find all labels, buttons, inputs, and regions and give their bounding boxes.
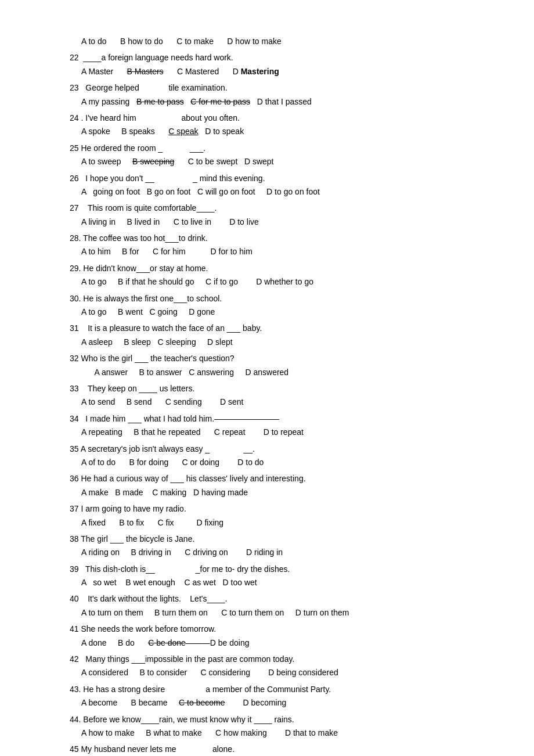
- question-41: 41 She needs the work before tomorrow. A…: [70, 622, 476, 649]
- question-25: 25 He ordered the room _ ___. A to sweep…: [70, 142, 476, 168]
- q22-b: B Masters: [127, 67, 164, 76]
- question-43: 43. He has a strong desire a member of t…: [70, 683, 476, 710]
- q23-text: 23 George helped tile examination.: [70, 81, 476, 94]
- question-29: 29. He didn't know___or stay at home. A …: [70, 262, 476, 289]
- q22-text: 22 ____a foreign language needs hard wor…: [70, 51, 476, 64]
- intro-options: A to do B how to do C to make D how to m…: [70, 35, 476, 48]
- q24-options: A spoke B speaks C speak D to speak: [70, 125, 476, 138]
- question-35: 35 A secretary's job isn't always easy _…: [70, 442, 476, 469]
- q41-text: 41 She needs the work before tomorrow.: [70, 622, 476, 635]
- page-content: A to do B how to do C to make D how to m…: [70, 35, 476, 756]
- q40-options: A to turn on them B turn them on C to tu…: [70, 606, 476, 619]
- q23-b: B me to pass: [136, 97, 184, 106]
- q38-text: 38 The girl ___ the bicycle is Jane.: [70, 532, 476, 545]
- q31-options: A asleep B sleep C sleeping D slept: [70, 336, 476, 348]
- question-33: 33 They keep on ____ us letters. A to se…: [70, 382, 476, 409]
- q42-options: A considered B to consider C considering…: [70, 666, 476, 679]
- q39-text: 39 This dish-cloth is__ _for me to- dry …: [70, 563, 476, 575]
- question-28: 28. The coffee was too hot___to drink. A…: [70, 232, 476, 258]
- q26-options: A going on foot B go on foot C will go o…: [70, 185, 476, 198]
- q24-c: C speak: [168, 127, 198, 136]
- q40-text: 40 It's dark without the lights. Let's__…: [70, 592, 476, 605]
- q36-text: 36 He had a curious way of ___ his class…: [70, 472, 476, 485]
- q23-options: A my passing B me to pass C for me to pa…: [70, 95, 476, 108]
- question-30: 30. He is always the first one___to scho…: [70, 292, 476, 319]
- q24-text: 24 . I've heard him about you often.: [70, 111, 476, 124]
- q45-text: 45 My husband never lets me alone.: [70, 743, 476, 755]
- question-42: 42 Many things ___impossible in the past…: [70, 653, 476, 679]
- q43-options: A become B became C to become D becoming: [70, 696, 476, 709]
- question-24: 24 . I've heard him about you often. A s…: [70, 111, 476, 138]
- q27-text: 27 This room is quite comfortable____.: [70, 201, 476, 214]
- question-34: 34 I made him ___ what I had told him.——…: [70, 412, 476, 439]
- q30-text: 30. He is always the first one___to scho…: [70, 292, 476, 305]
- q33-text: 33 They keep on ____ us letters.: [70, 382, 476, 395]
- question-39: 39 This dish-cloth is__ _for me to- dry …: [70, 563, 476, 589]
- q28-text: 28. The coffee was too hot___to drink.: [70, 232, 476, 244]
- q37-text: 37 I arm going to have my radio.: [70, 502, 476, 515]
- q34-text: 34 I made him ___ what I had told him.——…: [70, 412, 476, 425]
- q37-options: A fixed B to fix C fix D fixing: [70, 516, 476, 529]
- q33-options: A to send B send C sending D sent: [70, 395, 476, 408]
- q44-text: 44. Before we know____rain, we must know…: [70, 713, 476, 726]
- q38-options: A riding on B driving in C driving on D …: [70, 546, 476, 559]
- q25-options: A to sweep B sweeping C to be swept D sw…: [70, 155, 476, 168]
- question-44: 44. Before we know____rain, we must know…: [70, 713, 476, 740]
- q34-options: A repeating B that he repeated C repeat …: [70, 426, 476, 438]
- q22-d: Mastering: [241, 67, 279, 76]
- q29-text: 29. He didn't know___or stay at home.: [70, 262, 476, 275]
- q39-options: A so wet B wet enough C as wet D too wet: [70, 576, 476, 589]
- q28-options: A to him B for C for him D for to him: [70, 245, 476, 258]
- q41-c: C be done: [148, 638, 186, 647]
- q36-options: A make B made C making D having made: [70, 486, 476, 499]
- q32-options: A answer B to answer C answering D answe…: [70, 366, 476, 379]
- q26-text: 26 I hope you don't __ _ mind this eveni…: [70, 172, 476, 185]
- question-45: 45 My husband never lets me alone.: [70, 743, 476, 755]
- q27-options: A living in B lived in C to live in D to…: [70, 215, 476, 228]
- q41-options: A done B do C be done———D be doing: [70, 636, 476, 649]
- q43-text: 43. He has a strong desire a member of t…: [70, 683, 476, 696]
- question-32: 32 Who is the girl ___ the teacher's que…: [70, 352, 476, 379]
- question-27: 27 This room is quite comfortable____. A…: [70, 201, 476, 228]
- q29-options: A to go B if that he should go C if to g…: [70, 275, 476, 288]
- question-22: 22 ____a foreign language needs hard wor…: [70, 51, 476, 78]
- q22-options: A Master B Masters C Mastered D Masterin…: [70, 65, 476, 78]
- q25-text: 25 He ordered the room _ ___.: [70, 142, 476, 154]
- q42-text: 42 Many things ___impossible in the past…: [70, 653, 476, 665]
- q23-c: C for me to pass: [190, 97, 250, 106]
- q32-text: 32 Who is the girl ___ the teacher's que…: [70, 352, 476, 365]
- q35-options: A of to do B for doing C or doing D to d…: [70, 456, 476, 469]
- question-38: 38 The girl ___ the bicycle is Jane. A r…: [70, 532, 476, 559]
- q25-b: B sweeping: [132, 157, 174, 166]
- q30-options: A to go B went C going D gone: [70, 305, 476, 318]
- question-26: 26 I hope you don't __ _ mind this eveni…: [70, 172, 476, 199]
- q31-text: 31 It is a pleasure to watch the face of…: [70, 322, 476, 334]
- question-37: 37 I arm going to have my radio. A fixed…: [70, 502, 476, 529]
- question-40: 40 It's dark without the lights. Let's__…: [70, 592, 476, 619]
- q44-options: A how to make B what to make C how makin…: [70, 726, 476, 739]
- question-36: 36 He had a curious way of ___ his class…: [70, 472, 476, 499]
- question-31: 31 It is a pleasure to watch the face of…: [70, 322, 476, 348]
- question-23: 23 George helped tile examination. A my …: [70, 81, 476, 108]
- q35-text: 35 A secretary's job isn't always easy _…: [70, 442, 476, 455]
- q43-c: C to become: [179, 698, 225, 707]
- intro-options-text: A to do B how to do C to make D how to m…: [70, 35, 476, 48]
